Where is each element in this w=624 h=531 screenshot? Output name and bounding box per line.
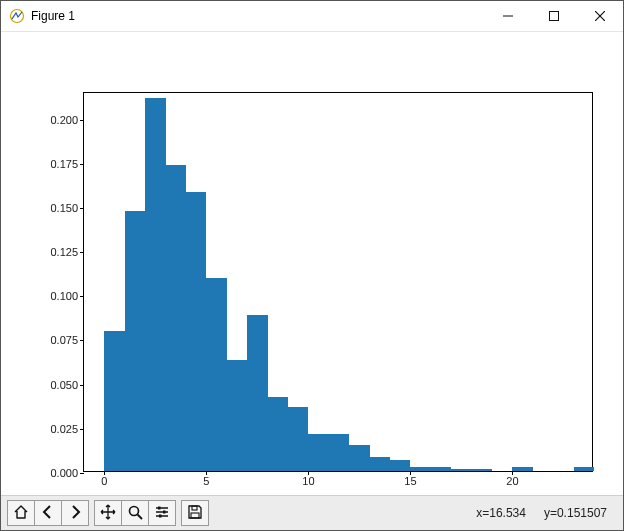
move-icon [100,504,116,523]
y-tick-label: 0.000 [50,467,84,479]
histogram-bar [472,469,492,471]
y-tick-label: 0.200 [50,114,84,126]
histogram-bar [349,445,369,472]
y-tick-label: 0.050 [50,379,84,391]
app-icon [9,8,25,24]
svg-point-5 [130,506,139,515]
magnifier-icon [127,504,143,523]
y-tick-label: 0.125 [50,246,84,258]
histogram-bar [145,98,165,471]
titlebar: Figure 1 [1,1,623,32]
histogram-bar [206,278,226,471]
pan-button[interactable] [94,500,122,526]
histogram-bar [431,467,451,471]
home-button[interactable] [7,500,35,526]
forward-button[interactable] [61,500,89,526]
histogram-bar [390,460,410,471]
close-button[interactable] [577,1,623,31]
svg-rect-2 [550,12,559,21]
histogram-bar [247,315,267,471]
figure-window: Figure 1 0.0000.0250.0500.0750.1000.1250… [0,0,624,531]
y-tick-label: 0.100 [50,290,84,302]
zoom-button[interactable] [121,500,149,526]
y-tick-label: 0.075 [50,334,84,346]
histogram-bar [308,434,328,471]
window-title: Figure 1 [31,9,75,23]
histogram-bar [186,192,206,471]
histogram-bar [166,165,186,471]
arrow-right-icon [67,504,83,523]
plot-canvas[interactable]: 0.0000.0250.0500.0750.1000.1250.1500.175… [1,32,623,495]
minimize-button[interactable] [485,1,531,31]
svg-rect-14 [191,513,199,518]
cursor-x: x=16.534 [476,506,526,520]
y-tick-label: 0.025 [50,423,84,435]
svg-rect-11 [163,510,166,513]
histogram-bars [84,93,592,471]
histogram-bar [288,407,308,471]
histogram-bar [370,457,390,471]
histogram-bar [104,331,124,471]
save-button[interactable] [181,500,209,526]
maximize-button[interactable] [531,1,577,31]
histogram-bar [329,434,349,471]
configure-subplots-button[interactable] [148,500,176,526]
svg-line-6 [138,514,143,519]
home-icon [13,504,29,523]
histogram-bar [125,211,145,471]
cursor-y: y=0.151507 [544,506,607,520]
y-tick-label: 0.150 [50,202,84,214]
y-tick-label: 0.175 [50,158,84,170]
svg-rect-10 [158,506,161,509]
histogram-bar [268,397,288,471]
axes-frame: 0.0000.0250.0500.0750.1000.1250.1500.175… [83,92,593,472]
save-icon [187,504,203,523]
svg-rect-12 [159,514,162,517]
arrow-left-icon [40,504,56,523]
sliders-icon [154,504,170,523]
histogram-bar [451,469,471,471]
navigation-toolbar: x=16.534 y=0.151507 [1,495,623,530]
back-button[interactable] [34,500,62,526]
cursor-coordinates: x=16.534 y=0.151507 [476,506,617,520]
histogram-bar [227,360,247,471]
histogram-bar [574,467,594,471]
